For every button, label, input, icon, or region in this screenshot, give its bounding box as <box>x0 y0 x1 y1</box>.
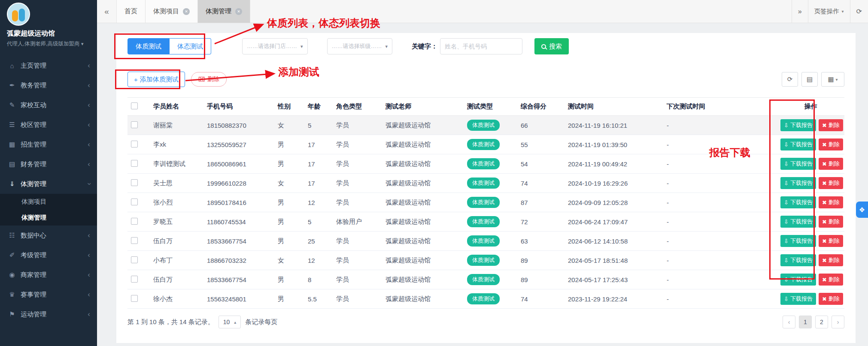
tab-首页[interactable]: 首页 <box>117 0 146 23</box>
page-size-value: 10 <box>223 319 230 325</box>
cell-checkbox <box>127 289 150 309</box>
delete-row-button[interactable]: ✖删除 <box>819 158 843 170</box>
delete-row-button[interactable]: ✖删除 <box>819 274 843 286</box>
sidebar-item-考级管理[interactable]: ✐考级管理‹ <box>0 245 97 265</box>
download-report-button[interactable]: ⇩下载报告 <box>780 216 816 228</box>
download-report-button[interactable]: ⇩下载报告 <box>780 274 816 286</box>
sidebar-item-运动管理[interactable]: ⚑运动管理‹ <box>0 304 97 324</box>
list-view-button[interactable]: ▤ <box>801 72 818 87</box>
test-type-badge: 体质测试 <box>467 274 500 285</box>
sidebar-item-label: 赛事管理 <box>21 291 46 299</box>
sidebar-item-招生管理[interactable]: ▦招生管理‹ <box>0 135 97 154</box>
download-report-button[interactable]: ⇩下载报告 <box>780 158 816 170</box>
cell-gender: 女 <box>274 174 304 193</box>
prev-page-button[interactable]: ‹ <box>783 316 795 328</box>
class-select[interactable]: ……请选择班级…… ▾ <box>327 38 393 54</box>
sidebar-item-主页管理[interactable]: ⌂主页管理‹ <box>0 56 97 75</box>
row-checkbox[interactable] <box>131 237 138 244</box>
select-all-checkbox[interactable] <box>131 102 138 109</box>
sidebar-item-财务管理[interactable]: ▤财务管理‹ <box>0 154 97 174</box>
refresh-table-button[interactable]: ⟳ <box>782 72 798 87</box>
tab-close-icon[interactable]: ✕ <box>183 8 190 15</box>
download-report-button[interactable]: ⇩下载报告 <box>780 235 816 247</box>
bulk-delete-button[interactable]: ⌧ 删除 <box>191 72 227 87</box>
floating-service-button[interactable]: ❖ <box>856 202 868 218</box>
sidebar-item-家校互动[interactable]: ✎家校互动‹ <box>0 95 97 115</box>
tab-体测项目[interactable]: 体测项目✕ <box>146 0 198 23</box>
keyword-input[interactable] <box>440 38 522 54</box>
cell-score: 74 <box>517 289 565 309</box>
expand-tabs-button[interactable]: » <box>792 0 808 23</box>
tab-体测管理[interactable]: 体测管理✕ <box>198 0 250 23</box>
collapse-tabs-button[interactable]: « <box>97 0 117 23</box>
cell-role: 学员 <box>333 289 382 309</box>
cell-role: 学员 <box>333 251 382 270</box>
delete-row-button[interactable]: ✖删除 <box>819 254 843 266</box>
cell-operations: ⇩下载报告✖删除 <box>777 174 844 193</box>
row-checkbox[interactable] <box>131 141 138 147</box>
delete-row-button[interactable]: ✖删除 <box>819 119 843 131</box>
caret-down-icon: ▾ <box>81 41 84 46</box>
download-report-button[interactable]: ⇩下载报告 <box>780 177 816 189</box>
page-button-1[interactable]: 1 <box>799 316 812 328</box>
table-row: 罗晓五11860745534男5体验用户弧蒙超级运动馆体质测试722024-06… <box>127 212 844 232</box>
sidebar-item-数据中心[interactable]: ☷数据中心‹ <box>0 226 97 245</box>
delete-row-button[interactable]: ✖删除 <box>819 177 843 189</box>
page-size-select[interactable]: 10 ▴ <box>219 316 241 328</box>
sidebar-subitem-体测项目[interactable]: 体测项目 <box>0 194 97 210</box>
toggle-posture-test[interactable]: 体态测试 <box>170 38 211 54</box>
add-physique-test-button[interactable]: + 添加体质测试 <box>127 72 185 87</box>
cell-teacher: 弧蒙超级运动馆 <box>382 135 464 154</box>
download-report-label: 下载报告 <box>790 295 813 303</box>
row-checkbox[interactable] <box>131 276 138 283</box>
sidebar-item-教务管理[interactable]: ✒教务管理‹ <box>0 75 97 95</box>
cell-operations: ⇩下载报告✖删除 <box>777 289 844 309</box>
toggle-physique-test[interactable]: 体质测试 <box>127 38 170 54</box>
delete-row-button[interactable]: ✖删除 <box>819 235 843 247</box>
sidebar-subitem-体测管理[interactable]: 体测管理 <box>0 210 97 226</box>
main-card: 体质测试 体态测试 ……请选择门店…… ▾ ……请选择班级…… ▾ 关键字： 搜… <box>116 33 856 343</box>
next-page-button[interactable]: › <box>832 316 844 328</box>
header-测试类型: 测试类型 <box>464 98 517 116</box>
download-report-button[interactable]: ⇩下载报告 <box>780 138 816 150</box>
row-checkbox[interactable] <box>131 179 138 186</box>
sidebar-item-赛事管理[interactable]: ♛赛事管理‹ <box>0 285 97 304</box>
row-checkbox[interactable] <box>131 121 138 128</box>
refresh-tabs-button[interactable]: ⟳ <box>850 0 868 23</box>
row-checkbox[interactable] <box>131 160 138 167</box>
cell-age: 12 <box>304 251 333 270</box>
class-select-value: ……请选择班级…… <box>332 42 382 50</box>
store-select[interactable]: ……请选择门店…… ▾ <box>242 38 308 54</box>
delete-row-button[interactable]: ✖删除 <box>819 293 843 305</box>
cell-role: 体验用户 <box>333 212 382 232</box>
cell-age: 5 <box>304 116 333 135</box>
download-report-button[interactable]: ⇩下载报告 <box>780 196 816 208</box>
row-checkbox[interactable] <box>131 256 138 263</box>
sidebar-item-校区管理[interactable]: ☰校区管理‹ <box>0 115 97 135</box>
download-icon: ⇩ <box>784 122 789 129</box>
columns-dropdown-button[interactable]: ▦ ▾ <box>821 72 844 87</box>
cell-teacher: 弧蒙超级运动馆 <box>382 174 464 193</box>
tab-close-icon[interactable]: ✕ <box>235 8 242 15</box>
delete-row-button[interactable]: ✖删除 <box>819 216 843 228</box>
chevron-icon: ‹ <box>88 81 90 90</box>
page-button-2[interactable]: 2 <box>815 316 828 328</box>
cell-age: 5 <box>304 212 333 232</box>
row-checkbox[interactable] <box>131 218 138 225</box>
row-checkbox[interactable] <box>131 199 138 205</box>
sidebar-item-商家管理[interactable]: ◉商家管理‹ <box>0 265 97 285</box>
sidebar-item-体测管理[interactable]: ⇓体测管理‹ <box>0 174 97 194</box>
download-report-button[interactable]: ⇩下载报告 <box>780 254 816 266</box>
delete-icon: ✖ <box>822 219 827 225</box>
search-button[interactable]: 搜索 <box>534 38 569 54</box>
tab-operations-dropdown[interactable]: 页签操作 ▾ <box>808 0 850 23</box>
header-学员姓名: 学员姓名 <box>150 98 203 116</box>
brand-subtitle[interactable]: 代理人,体测老师,高级版加盟商 ▾ <box>7 40 90 48</box>
download-report-button[interactable]: ⇩下载报告 <box>780 293 816 305</box>
row-checkbox[interactable] <box>131 295 138 302</box>
brand-title: 弧蒙超级运动馆 <box>7 29 90 38</box>
delete-row-button[interactable]: ✖删除 <box>819 196 843 208</box>
download-report-button[interactable]: ⇩下载报告 <box>780 119 816 131</box>
delete-row-button[interactable]: ✖删除 <box>819 138 843 150</box>
delete-row-label: 删除 <box>829 121 840 129</box>
